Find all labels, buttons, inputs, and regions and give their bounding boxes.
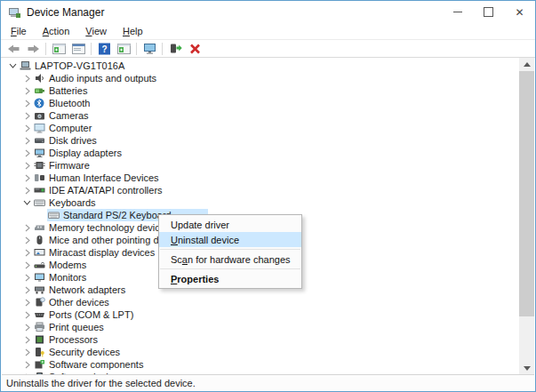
chevron-collapsed-icon[interactable] xyxy=(21,137,33,145)
memory-icon xyxy=(33,222,46,233)
tree-item-label: Audio inputs and outputs xyxy=(49,72,156,84)
chevron-collapsed-icon[interactable] xyxy=(21,299,33,307)
security-icon xyxy=(33,347,46,357)
show-console-tree-icon xyxy=(52,43,66,55)
tree-item-computer[interactable]: Computer xyxy=(2,122,519,134)
status-text: Uninstalls the driver for the selected d… xyxy=(6,378,196,388)
maximize-button[interactable] xyxy=(473,1,504,23)
chevron-collapsed-icon[interactable] xyxy=(21,187,33,195)
scan-hardware-button[interactable] xyxy=(140,41,159,57)
tree-item-label: LAPTOP-VG1T016A xyxy=(35,60,124,72)
scroll-up-button[interactable] xyxy=(519,58,534,71)
tree-item-software-components[interactable]: Software components xyxy=(2,358,519,371)
tree-item-laptop-vg1t016a[interactable]: LAPTOP-VG1T016A xyxy=(2,60,519,72)
tree-item-batteries[interactable]: Batteries xyxy=(2,84,519,97)
chevron-collapsed-icon[interactable] xyxy=(21,75,33,83)
context-menu-item-update-driver[interactable]: Update driver xyxy=(159,217,301,232)
minimize-button[interactable] xyxy=(442,1,473,23)
chevron-collapsed-icon[interactable] xyxy=(21,149,33,157)
tree-item-display-adapters[interactable]: Display adapters xyxy=(2,147,519,159)
tree-item-ide-ata-atapi-controllers[interactable]: IDE ATA/ATAPI controllers xyxy=(2,184,519,196)
scroll-down-button[interactable] xyxy=(519,362,534,375)
chevron-collapsed-icon[interactable] xyxy=(21,311,33,319)
show-console-tree-2-button[interactable] xyxy=(114,41,133,57)
chevron-collapsed-icon[interactable] xyxy=(21,124,33,132)
scrollbar-thumb[interactable] xyxy=(519,71,534,316)
tree-item-label: Disk drives xyxy=(49,134,97,147)
chevron-expanded-icon[interactable] xyxy=(7,63,19,68)
toolbar-separator xyxy=(162,43,163,55)
chevron-collapsed-icon[interactable] xyxy=(21,224,33,232)
help-button[interactable]: ? xyxy=(94,41,114,57)
chevron-collapsed-icon[interactable] xyxy=(21,261,33,269)
chevron-collapsed-icon[interactable] xyxy=(21,174,33,182)
vertical-scrollbar[interactable] xyxy=(519,58,534,375)
tree-item-label: Human Interface Devices xyxy=(49,172,159,184)
tree-item-ports-com-lpt[interactable]: Ports (COM & LPT) xyxy=(2,308,519,321)
chevron-collapsed-icon[interactable] xyxy=(21,324,33,332)
show-console-tree-button[interactable] xyxy=(49,41,68,57)
ports-icon xyxy=(33,309,46,320)
tree-item-keyboards[interactable]: Keyboards xyxy=(2,196,519,209)
chevron-collapsed-icon[interactable] xyxy=(21,286,33,294)
chevron-collapsed-icon[interactable] xyxy=(21,236,33,244)
menubar-item-file[interactable]: File xyxy=(3,24,35,38)
chevron-expanded-icon[interactable] xyxy=(21,200,33,205)
chevron-collapsed-icon[interactable] xyxy=(21,249,33,257)
chevron-collapsed-icon[interactable] xyxy=(21,274,33,282)
chevron-collapsed-icon[interactable] xyxy=(21,361,33,369)
chevron-collapsed-icon[interactable] xyxy=(21,162,33,170)
tree-item-disk-drives[interactable]: Disk drives xyxy=(2,134,519,147)
camera-icon xyxy=(33,110,46,121)
help-icon: ? xyxy=(98,43,111,55)
chevron-collapsed-icon[interactable] xyxy=(21,100,33,108)
menubar-item-help[interactable]: Help xyxy=(115,24,151,38)
tree-item-label: Miracast display devices xyxy=(49,246,155,259)
tree-item-label: Software components xyxy=(49,358,143,371)
update-driver-button[interactable] xyxy=(165,41,185,57)
tree-item-print-queues[interactable]: Print queues xyxy=(2,321,519,333)
scan-hardware-icon xyxy=(143,43,156,55)
menu-item-accel: P xyxy=(171,274,177,284)
tree-item-bluetooth[interactable]: Bluetooth xyxy=(2,97,519,109)
tree-item-content: Bluetooth xyxy=(33,97,90,109)
properties-window-button[interactable] xyxy=(68,41,88,57)
close-button[interactable]: ✕ xyxy=(504,1,535,23)
tree-item-label: Processors xyxy=(49,333,98,346)
context-menu-item-properties[interactable]: Properties xyxy=(159,271,301,286)
tree-item-content: Audio inputs and outputs xyxy=(33,72,156,84)
chevron-collapsed-icon[interactable] xyxy=(21,336,33,344)
tree-item-processors[interactable]: Processors xyxy=(2,333,519,346)
menu-item-text: Update driver xyxy=(171,220,229,230)
tree-item-content: Security devices xyxy=(33,346,120,358)
forward-arrow-button[interactable] xyxy=(23,41,43,57)
update-driver-icon xyxy=(169,43,182,55)
tree-item-other-devices[interactable]: Other devices xyxy=(2,296,519,308)
menu-accel: H xyxy=(123,26,130,36)
tree-item-content: Memory technology devices xyxy=(33,221,170,234)
uninstall-button[interactable] xyxy=(185,41,204,57)
context-menu-item-scan-for-hardware-changes[interactable]: Scan for hardware changes xyxy=(159,252,301,267)
chevron-collapsed-icon[interactable] xyxy=(21,112,33,120)
show-console-tree-2-icon xyxy=(117,43,131,55)
tree-item-security-devices[interactable]: Security devices xyxy=(2,346,519,358)
bluetooth-icon xyxy=(33,98,46,108)
software-component-icon xyxy=(33,359,46,370)
menubar-item-action[interactable]: Action xyxy=(35,24,78,38)
chevron-collapsed-icon[interactable] xyxy=(21,348,33,356)
tree-item-audio-inputs-and-outputs[interactable]: Audio inputs and outputs xyxy=(2,72,519,84)
maximize-icon xyxy=(484,7,493,17)
battery-icon xyxy=(33,85,46,96)
menu-rest: ction xyxy=(49,26,69,36)
toolbar-separator xyxy=(45,43,46,55)
menubar-item-view[interactable]: View xyxy=(77,24,115,38)
tree-item-cameras[interactable]: Cameras xyxy=(2,109,519,122)
tree-item-firmware[interactable]: Firmware xyxy=(2,159,519,172)
context-menu-item-uninstall-device[interactable]: Uninstall device xyxy=(159,232,301,247)
back-arrow-button[interactable] xyxy=(4,41,23,57)
tree-item-label: Ports (COM & LPT) xyxy=(49,308,133,321)
tree-item-content: Modems xyxy=(33,259,86,271)
chevron-collapsed-icon[interactable] xyxy=(21,87,33,95)
miracast-icon xyxy=(33,247,46,258)
tree-item-human-interface-devices[interactable]: Human Interface Devices xyxy=(2,172,519,184)
